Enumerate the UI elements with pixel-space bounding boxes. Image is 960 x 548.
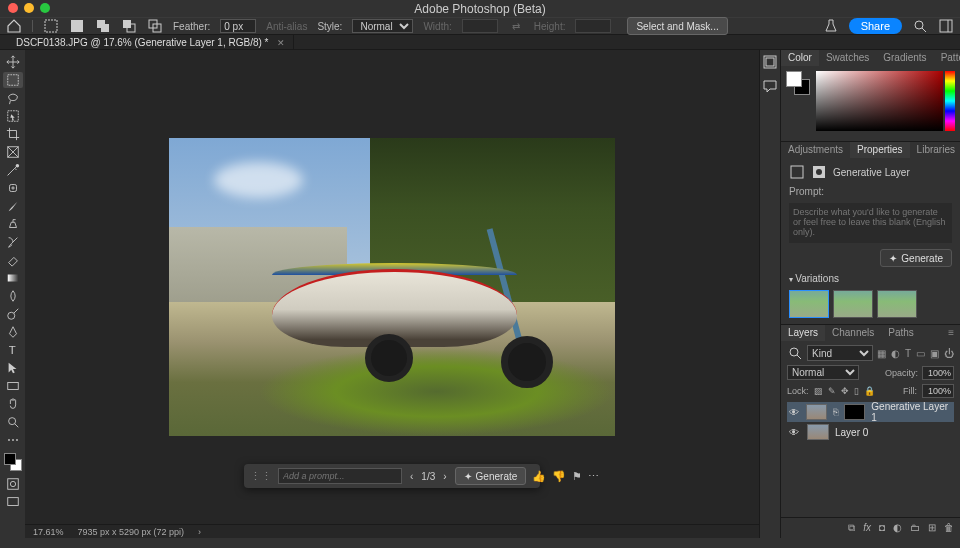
zoom-tool[interactable] (3, 414, 23, 430)
variations-header[interactable]: Variations (789, 273, 952, 284)
layer-name-label[interactable]: Generative Layer 1 (871, 401, 952, 423)
filter-smart-icon[interactable]: ▣ (930, 348, 939, 359)
pen-tool[interactable] (3, 324, 23, 340)
generate-button[interactable]: ✦Generate (455, 467, 527, 485)
thumbs-down-icon[interactable]: 👎 (552, 470, 566, 483)
subtract-selection-icon[interactable] (121, 18, 137, 34)
tab-adjustments[interactable]: Adjustments (781, 142, 850, 158)
filter-toggle-icon[interactable]: ⏻ (944, 348, 954, 359)
variation-thumb-1[interactable] (789, 290, 829, 318)
comments-panel-icon[interactable] (762, 78, 778, 94)
tab-patterns[interactable]: Patterns (934, 50, 960, 66)
dodge-tool[interactable] (3, 306, 23, 322)
brush-tool[interactable] (3, 198, 23, 214)
canvas[interactable]: ⋮⋮ ‹ 1/3 › ✦Generate 👍 👎 ⚑ ⋯ (25, 50, 759, 524)
tab-paths[interactable]: Paths (881, 325, 921, 341)
visibility-toggle-icon[interactable]: 👁 (789, 427, 801, 438)
tab-properties[interactable]: Properties (850, 142, 910, 158)
link-icon[interactable]: ⎘ (833, 407, 838, 417)
tab-libraries[interactable]: Libraries (910, 142, 960, 158)
toolbar-more-icon[interactable]: ⋯ (3, 432, 23, 448)
variation-thumb-3[interactable] (877, 290, 917, 318)
tab-gradients[interactable]: Gradients (876, 50, 933, 66)
layer-kind-select[interactable]: Kind (807, 345, 873, 361)
filter-adjust-icon[interactable]: ◐ (891, 348, 900, 359)
home-button[interactable] (6, 18, 22, 34)
layer-thumbnail[interactable] (807, 424, 829, 440)
blend-mode-select[interactable]: Normal (787, 365, 859, 380)
layer-style-icon[interactable]: fx (863, 522, 871, 534)
workspace-switcher-icon[interactable] (938, 18, 954, 34)
gradient-tool[interactable] (3, 270, 23, 286)
new-group-icon[interactable]: 🗀 (910, 522, 920, 534)
blur-tool[interactable] (3, 288, 23, 304)
tab-layers[interactable]: Layers (781, 325, 825, 341)
clone-stamp-tool[interactable] (3, 216, 23, 232)
spot-healing-tool[interactable] (3, 180, 23, 196)
color-field[interactable] (816, 71, 943, 131)
share-button[interactable]: Share (849, 18, 902, 34)
select-and-mask-button[interactable]: Select and Mask... (627, 17, 727, 35)
more-options-icon[interactable]: ⋯ (588, 470, 599, 483)
taskbar-handle-icon[interactable]: ⋮⋮ (250, 470, 272, 483)
layer-item[interactable]: 👁 ⎘ Generative Layer 1 (787, 402, 954, 422)
filter-pixel-icon[interactable]: ▦ (877, 348, 886, 359)
lasso-tool[interactable] (3, 90, 23, 106)
opacity-input[interactable] (922, 366, 954, 380)
status-chevron-icon[interactable]: › (198, 527, 201, 537)
add-selection-icon[interactable] (95, 18, 111, 34)
filter-type-icon[interactable]: T (905, 348, 911, 359)
crop-tool[interactable] (3, 126, 23, 142)
new-layer-icon[interactable]: ⊞ (928, 522, 936, 534)
object-selection-tool[interactable] (3, 108, 23, 124)
document-tab[interactable]: DSCF0138.JPG @ 17.6% (Generative Layer 1… (8, 35, 294, 50)
variation-thumb-2[interactable] (833, 290, 873, 318)
layer-filter-icon[interactable] (787, 345, 803, 361)
close-window-button[interactable] (8, 3, 18, 13)
properties-generate-button[interactable]: ✦Generate (880, 249, 952, 267)
history-brush-tool[interactable] (3, 234, 23, 250)
move-tool[interactable] (3, 54, 23, 70)
tab-color[interactable]: Color (781, 50, 819, 66)
path-selection-tool[interactable] (3, 360, 23, 376)
prompt-textarea[interactable] (789, 203, 952, 243)
lock-artboard-icon[interactable]: ▯ (854, 386, 859, 396)
link-layers-icon[interactable]: ⧉ (848, 522, 855, 534)
new-adjustment-icon[interactable]: ◐ (893, 522, 902, 534)
rectangle-tool[interactable] (3, 378, 23, 394)
prompt-input[interactable] (278, 468, 402, 484)
add-mask-icon[interactable]: ◘ (879, 522, 885, 534)
lock-transparency-icon[interactable]: ▨ (814, 386, 823, 396)
flag-icon[interactable]: ⚑ (572, 470, 582, 483)
foreground-background-swatch[interactable] (3, 450, 23, 474)
foreground-color-swatch[interactable] (786, 71, 802, 87)
style-select[interactable]: Normal (352, 19, 413, 33)
filter-shape-icon[interactable]: ▭ (916, 348, 925, 359)
delete-layer-icon[interactable]: 🗑 (944, 522, 954, 534)
maximize-window-button[interactable] (40, 3, 50, 13)
hue-slider[interactable] (945, 71, 955, 131)
marquee-tool-icon[interactable] (43, 18, 59, 34)
search-icon[interactable] (912, 18, 928, 34)
lock-all-icon[interactable]: 🔒 (864, 386, 875, 396)
tab-channels[interactable]: Channels (825, 325, 881, 341)
tab-swatches[interactable]: Swatches (819, 50, 876, 66)
document-dimensions[interactable]: 7935 px x 5290 px (72 ppi) (78, 527, 185, 537)
hand-tool[interactable] (3, 396, 23, 412)
layer-item[interactable]: 👁 Layer 0 (787, 422, 954, 442)
feather-input[interactable] (220, 19, 256, 33)
fill-input[interactable] (922, 384, 954, 398)
layer-name-label[interactable]: Layer 0 (835, 427, 868, 438)
history-panel-icon[interactable] (762, 54, 778, 70)
color-swatch-pair[interactable] (786, 71, 810, 95)
layer-thumbnail[interactable] (806, 404, 827, 420)
intersect-selection-icon[interactable] (147, 18, 163, 34)
quick-mask-toggle[interactable] (3, 476, 23, 492)
next-variation-button[interactable]: › (441, 471, 448, 482)
lock-pixels-icon[interactable]: ✎ (828, 386, 836, 396)
beaker-icon[interactable] (823, 18, 839, 34)
eyedropper-tool[interactable] (3, 162, 23, 178)
frame-tool[interactable] (3, 144, 23, 160)
eraser-tool[interactable] (3, 252, 23, 268)
minimize-window-button[interactable] (24, 3, 34, 13)
